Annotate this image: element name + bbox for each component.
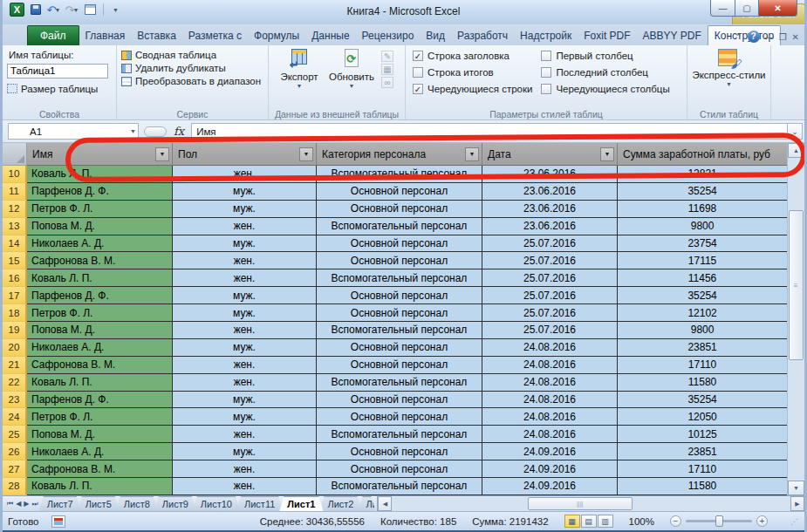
table-cell[interactable]: 23.06.2016: [482, 218, 618, 235]
page-layout-view-icon[interactable]: ▤: [581, 515, 597, 528]
table-cell[interactable]: Основной персонал: [317, 287, 482, 304]
sheet-tab[interactable]: Лист11: [236, 496, 283, 511]
table-cell[interactable]: Николаев А. Д.: [27, 339, 173, 357]
table-cell[interactable]: Основной персонал: [317, 460, 482, 478]
filter-dropdown-icon[interactable]: ▼: [155, 147, 169, 161]
ribbon-tab[interactable]: Foxit PDF: [578, 26, 636, 45]
pivot-table-button[interactable]: Сводная таблица: [121, 50, 263, 60]
table-cell[interactable]: Основной персонал: [317, 235, 482, 253]
ribbon-tab[interactable]: ABBYY PDF: [637, 26, 708, 45]
table-cell[interactable]: Вспомогательный персонал: [317, 374, 482, 392]
table-cell[interactable]: жен.: [173, 166, 317, 183]
table-cell[interactable]: Николаев А. Д.: [27, 443, 173, 460]
table-cell[interactable]: жен.: [173, 357, 317, 374]
table-cell[interactable]: Основной персонал: [317, 252, 482, 269]
table-cell[interactable]: 25.07.2016: [482, 304, 618, 322]
table-cell[interactable]: Основной персонал: [317, 201, 482, 218]
filter-dropdown-icon[interactable]: ▼: [465, 147, 479, 161]
table-cell[interactable]: 24.08.2016: [482, 339, 618, 357]
table-cell[interactable]: 12050: [618, 408, 787, 426]
style-option-checkbox[interactable]: Последний столбец: [541, 67, 669, 78]
checkbox-unchecked-icon[interactable]: [541, 67, 551, 78]
table-cell[interactable]: жен.: [173, 218, 317, 235]
table-cell[interactable]: муж.: [173, 235, 317, 253]
table-cell[interactable]: 23851: [618, 443, 787, 460]
ribbon-tab[interactable]: Разметка с: [182, 26, 248, 45]
table-cell[interactable]: 24.08.2016: [482, 374, 618, 392]
data-range-properties-icon[interactable]: ✎: [381, 51, 393, 62]
table-cell[interactable]: Коваль Л. П.: [27, 166, 173, 183]
row-number[interactable]: 22: [3, 374, 27, 392]
checkbox-checked-icon[interactable]: ✓: [413, 51, 423, 61]
table-cell[interactable]: Парфенов Д. Ф.: [27, 183, 173, 201]
table-cell[interactable]: муж.: [173, 287, 317, 304]
table-cell[interactable]: 24.09.2016: [482, 460, 618, 478]
table-cell[interactable]: 11456: [618, 269, 787, 287]
help-icon[interactable]: ?: [748, 31, 760, 43]
table-cell[interactable]: 35254: [618, 183, 787, 201]
formula-bar-splitter[interactable]: [144, 126, 167, 137]
table-cell[interactable]: 25.07.2016: [482, 287, 618, 304]
sheet-tab[interactable]: Ли: [358, 496, 375, 511]
ribbon-tab[interactable]: Файл: [27, 25, 79, 45]
normal-view-icon[interactable]: ▦: [564, 515, 580, 528]
table-cell[interactable]: муж.: [173, 183, 317, 201]
table-cell[interactable]: жен.: [173, 269, 317, 287]
row-number[interactable]: 26: [3, 443, 27, 460]
table-cell[interactable]: жен.: [173, 374, 317, 392]
expand-formula-bar-icon[interactable]: ⌄: [787, 123, 803, 140]
scroll-up-icon[interactable]: ▲: [788, 143, 804, 158]
ribbon-tab[interactable]: Вставка: [131, 26, 182, 45]
row-number[interactable]: 14: [3, 235, 27, 253]
table-cell[interactable]: Основной персонал: [317, 183, 482, 201]
zoom-out-icon[interactable]: −: [670, 515, 681, 527]
table-cell[interactable]: Николаев А. Д.: [27, 235, 173, 253]
table-cell[interactable]: 23.06.2016: [482, 183, 618, 201]
last-sheet-icon[interactable]: ⏭: [32, 500, 38, 508]
filter-dropdown-icon[interactable]: ▼: [600, 147, 614, 161]
table-cell[interactable]: муж.: [173, 201, 317, 218]
column-header[interactable]: Имя▼: [27, 143, 173, 166]
checkbox-unchecked-icon[interactable]: [541, 84, 551, 94]
refresh-button[interactable]: ⟳ Обновить ▼: [325, 49, 378, 108]
row-number[interactable]: 20: [3, 339, 27, 357]
ribbon-tab[interactable]: Надстройк: [514, 26, 578, 45]
table-cell[interactable]: Основной персонал: [317, 304, 482, 322]
horizontal-scroll-thumb[interactable]: ||||: [528, 497, 633, 510]
row-number[interactable]: 17: [3, 287, 27, 304]
column-header[interactable]: Категория персонала▼: [317, 143, 482, 166]
close-button[interactable]: ✕: [759, 0, 797, 17]
table-cell[interactable]: 17110: [618, 357, 787, 374]
scroll-right-icon[interactable]: ▶: [790, 496, 804, 511]
checkbox-unchecked-icon[interactable]: [541, 51, 551, 61]
table-cell[interactable]: Вспомогательный персонал: [317, 166, 482, 183]
row-number[interactable]: 10: [3, 166, 27, 183]
column-header[interactable]: Дата▼: [482, 143, 618, 166]
table-cell[interactable]: Петров Ф. Л.: [27, 201, 173, 218]
page-break-view-icon[interactable]: ▥: [598, 515, 613, 528]
prev-sheet-icon[interactable]: ◀: [16, 500, 21, 508]
export-button[interactable]: ↵ Экспорт ▼: [273, 49, 325, 108]
resize-table-button[interactable]: Размер таблицы: [7, 84, 112, 94]
table-cell[interactable]: Коваль Л. П.: [27, 478, 173, 495]
row-number[interactable]: 28: [3, 478, 27, 495]
scroll-down-icon[interactable]: ▼: [788, 481, 804, 495]
table-cell[interactable]: муж.: [173, 339, 317, 357]
table-cell[interactable]: муж.: [173, 408, 317, 426]
table-cell[interactable]: 23851: [618, 339, 787, 357]
table-cell[interactable]: Сафронова В. М.: [27, 252, 173, 269]
table-cell[interactable]: 11580: [618, 478, 787, 495]
table-cell[interactable]: Вспомогательный персонал: [317, 478, 482, 495]
column-header[interactable]: Сумма заработной платы, руб: [618, 143, 787, 166]
row-number[interactable]: 23: [3, 392, 27, 409]
vertical-scroll-thumb[interactable]: ≡: [789, 210, 804, 360]
insert-function-button[interactable]: fx: [172, 125, 191, 138]
row-number[interactable]: 24: [3, 408, 27, 426]
style-option-checkbox[interactable]: Первый столбец: [541, 51, 669, 61]
table-cell[interactable]: Парфенов Д. Ф.: [27, 392, 173, 409]
ribbon-tab[interactable]: Разработч: [451, 26, 514, 45]
table-cell[interactable]: жен.: [173, 322, 317, 339]
sheet-tab[interactable]: Лист5: [78, 496, 120, 511]
table-cell[interactable]: Петров Ф. Л.: [27, 304, 173, 322]
table-cell[interactable]: 9800: [618, 218, 787, 235]
